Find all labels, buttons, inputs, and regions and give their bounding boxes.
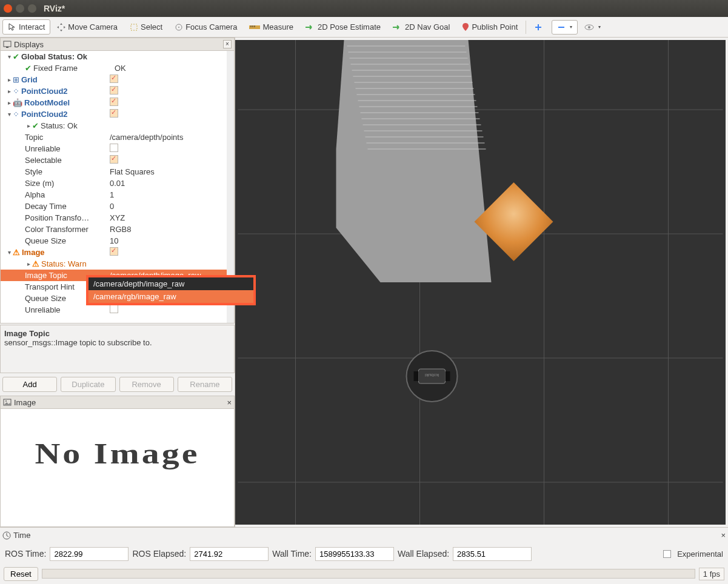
ros-time-input[interactable] xyxy=(50,547,129,561)
wall-elapsed-input[interactable] xyxy=(453,547,532,561)
rename-button[interactable]: Rename xyxy=(178,377,232,392)
cursor-icon xyxy=(8,23,16,32)
arrow-green2-icon xyxy=(393,24,402,30)
wall-time-input[interactable] xyxy=(315,547,394,561)
select-tool[interactable]: Select xyxy=(124,19,168,35)
image-status[interactable]: Status: Warn xyxy=(41,259,87,268)
robotmodel-checkbox[interactable] xyxy=(110,98,118,106)
measure-label: Measure xyxy=(262,22,293,32)
remove-button[interactable]: Remove xyxy=(119,377,174,392)
pc2b-topic-value[interactable]: /camera/depth/points xyxy=(110,133,183,142)
ros-elapsed-label: ROS Elapsed: xyxy=(132,549,186,559)
pc2b-size-value[interactable]: 0.01 xyxy=(110,179,125,188)
titlebar: RViz* xyxy=(0,0,728,17)
grid-item[interactable]: Grid xyxy=(21,75,38,84)
image-topic-label: Image Topic xyxy=(25,271,67,280)
window-minimize-button[interactable] xyxy=(16,4,24,13)
target-icon xyxy=(175,23,183,32)
help-body: sensor_msgs::Image topic to subscribe to… xyxy=(4,338,230,347)
experimental-checkbox[interactable] xyxy=(663,550,671,558)
status-bar: ROS Time: ROS Elapsed: Wall Time: Wall E… xyxy=(0,543,728,565)
pointcloud2-item-2[interactable]: PointCloud2 xyxy=(21,110,68,119)
image-topic-dropdown[interactable]: /camera/depth/image_raw /camera/rgb/imag… xyxy=(86,275,256,305)
pc2b-queue-value[interactable]: 10 xyxy=(110,236,118,245)
pc2b-coltrans-value[interactable]: RGB8 xyxy=(110,225,131,234)
pc2b-selectable-checkbox[interactable] xyxy=(110,155,118,164)
pc2b-decay-value[interactable]: 0 xyxy=(110,202,114,211)
select-label: Select xyxy=(141,22,162,32)
pin-icon xyxy=(462,23,469,32)
pc2b-queue-label: Queue Size xyxy=(25,236,66,245)
toolbar-separator xyxy=(526,21,526,34)
pc2a-checkbox[interactable] xyxy=(110,86,118,95)
move-camera-label: Move Camera xyxy=(68,22,118,32)
pointcloud2-item-1[interactable]: PointCloud2 xyxy=(21,87,68,96)
visibility-button[interactable]: ▾ xyxy=(579,21,606,34)
image-panel-header[interactable]: Image × xyxy=(0,396,235,409)
pc2b-unreliable-checkbox[interactable] xyxy=(110,144,118,152)
nav-goal-tool[interactable]: 2D Nav Goal xyxy=(387,19,455,35)
ros-elapsed-input[interactable] xyxy=(190,547,269,561)
pc2b-postrans-value[interactable]: XYZ xyxy=(110,213,125,222)
image-unreliable-checkbox[interactable] xyxy=(110,305,118,313)
time-panel-title: Time xyxy=(13,531,30,540)
bottom-bar: Reset 1 fps xyxy=(0,565,728,583)
add-display-button[interactable] xyxy=(529,20,550,35)
main-toolbar: Interact Move Camera Select Focus Camera… xyxy=(0,17,728,38)
svg-point-2 xyxy=(178,27,179,28)
ruler-icon xyxy=(249,24,260,30)
pc2b-status[interactable]: Status: Ok xyxy=(41,121,78,130)
time-panel-header[interactable]: Time × xyxy=(0,527,728,543)
eye-icon xyxy=(584,24,594,31)
pc2b-size-label: Size (m) xyxy=(25,179,54,188)
displays-icon xyxy=(3,40,12,48)
publish-point-label: Publish Point xyxy=(472,22,518,32)
image-checkbox[interactable] xyxy=(110,247,118,256)
fps-indicator: 1 fps xyxy=(699,568,724,580)
svg-rect-43 xyxy=(414,371,419,381)
dropdown-option-1[interactable]: /camera/depth/image_raw xyxy=(88,277,253,290)
no-image-text: No Image xyxy=(35,436,199,471)
chevron-down-icon: ▾ xyxy=(570,24,572,30)
help-box: Image Topic sensor_msgs::Image topic to … xyxy=(0,325,235,373)
dropdown-option-2[interactable]: /camera/rgb/image_raw xyxy=(88,290,253,303)
fixed-frame-value: OK xyxy=(110,64,126,73)
focus-camera-tool[interactable]: Focus Camera xyxy=(169,19,242,35)
3d-viewport[interactable]: kobuki xyxy=(235,40,726,525)
pose-estimate-tool[interactable]: 2D Pose Estimate xyxy=(300,19,386,35)
svg-point-12 xyxy=(5,400,7,402)
global-status-item[interactable]: Global Status: Ok xyxy=(21,52,87,61)
pc2b-unreliable-label: Unreliable xyxy=(25,144,61,153)
displays-close-button[interactable]: × xyxy=(223,40,232,48)
pc2b-topic-label: Topic xyxy=(25,133,43,142)
viewport-scene: kobuki xyxy=(235,40,726,525)
focus-camera-label: Focus Camera xyxy=(185,22,237,32)
select-icon xyxy=(130,23,138,32)
displays-panel-header[interactable]: Displays × xyxy=(0,38,235,51)
add-button[interactable]: Add xyxy=(2,377,57,392)
pc2b-style-value[interactable]: Flat Squares xyxy=(110,167,155,176)
image-display-item[interactable]: Image xyxy=(22,248,45,257)
pc2b-alpha-value[interactable]: 1 xyxy=(110,190,114,199)
window-close-button[interactable] xyxy=(4,4,12,13)
help-title: Image Topic xyxy=(4,329,230,338)
image-panel-close-button[interactable]: × xyxy=(227,398,232,407)
window-maximize-button[interactable] xyxy=(28,4,36,13)
pc2b-postrans-label: Position Transfo… xyxy=(25,213,89,222)
move-camera-tool[interactable]: Move Camera xyxy=(52,19,123,35)
interact-tool[interactable]: Interact xyxy=(2,19,50,35)
pc2b-alpha-label: Alpha xyxy=(25,190,45,199)
robotmodel-item[interactable]: RobotModel xyxy=(24,98,70,107)
minus-icon xyxy=(557,23,566,32)
pc2b-checkbox[interactable] xyxy=(110,109,118,118)
reset-button[interactable]: Reset xyxy=(4,567,38,581)
window-title: RViz* xyxy=(44,4,65,13)
image-panel: No Image xyxy=(0,409,235,527)
measure-tool[interactable]: Measure xyxy=(244,19,299,35)
remove-display-button[interactable]: ▾ xyxy=(552,20,578,35)
publish-point-tool[interactable]: Publish Point xyxy=(456,19,523,35)
grid-checkbox[interactable] xyxy=(110,75,118,83)
time-panel-close-button[interactable]: × xyxy=(721,531,726,540)
clock-icon xyxy=(2,531,11,540)
duplicate-button[interactable]: Duplicate xyxy=(61,377,115,392)
